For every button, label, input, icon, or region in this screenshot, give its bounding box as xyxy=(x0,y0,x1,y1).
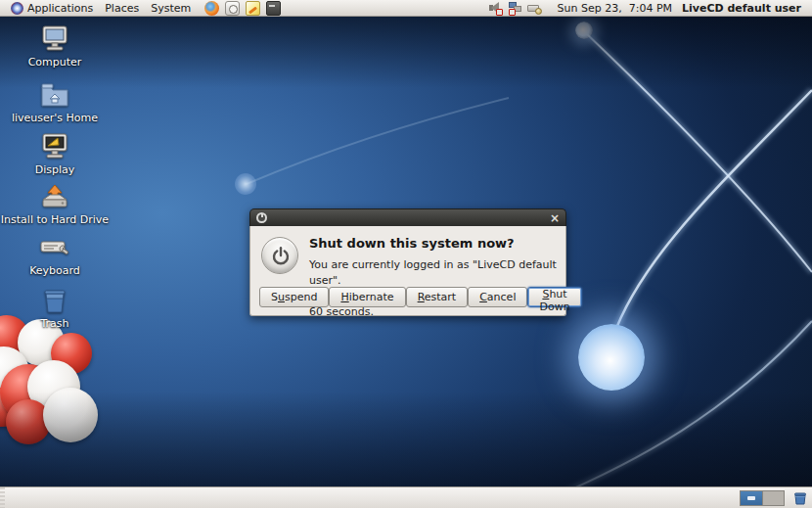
desktop-icon-label: Keyboard xyxy=(29,264,80,277)
notes-app-icon[interactable] xyxy=(246,1,260,16)
desktop-icon-trash[interactable]: Trash xyxy=(0,286,110,330)
shut-down-button[interactable]: Shut Down xyxy=(527,287,581,307)
panel-clock[interactable]: Sun Sep 23, 7:04 PM xyxy=(552,2,678,15)
restart-button[interactable]: Restart xyxy=(406,287,469,307)
system-menu[interactable]: System xyxy=(145,0,197,17)
dialog-message-line1: You are currently logged in as "LiveCD d… xyxy=(309,257,565,289)
power-mini-icon xyxy=(256,212,267,223)
places-menu-label: Places xyxy=(105,2,139,15)
desktop-icon-install[interactable]: Install to Hard Drive xyxy=(0,182,110,226)
desktop-icon-display[interactable]: Display xyxy=(0,132,110,176)
desktop-screen: Computer liveuser's Home Display Install… xyxy=(0,0,812,508)
close-icon[interactable]: × xyxy=(550,212,560,224)
workspace-switcher xyxy=(740,490,785,506)
network-offline-icon[interactable] xyxy=(508,1,522,16)
panel-launchers xyxy=(204,1,281,16)
desktop-icon-keyboard[interactable]: Keyboard xyxy=(0,233,110,277)
hibernate-button[interactable]: Hibernate xyxy=(329,287,405,307)
trash-icon xyxy=(38,286,71,315)
applications-menu[interactable]: Applications xyxy=(5,0,99,17)
desktop-icon-computer[interactable]: Computer xyxy=(0,24,110,69)
shutdown-dialog: × Shut down this system now? You are cur… xyxy=(249,208,566,316)
volume-muted-icon[interactable] xyxy=(488,1,503,16)
dialog-body: Shut down this system now? You are curre… xyxy=(249,226,566,316)
distro-logo-icon xyxy=(11,2,23,15)
computer-icon xyxy=(38,24,71,54)
workspace-1[interactable] xyxy=(741,491,762,505)
dialog-heading: Shut down this system now? xyxy=(309,236,515,251)
firefox-icon[interactable] xyxy=(204,1,219,16)
home-folder-icon xyxy=(38,80,71,110)
terminal-app-icon[interactable] xyxy=(266,1,281,16)
hard-drive-install-icon xyxy=(38,182,71,211)
desktop-icon-label: Install to Hard Drive xyxy=(1,213,109,226)
bottom-panel xyxy=(0,486,812,508)
applications-menu-label: Applications xyxy=(27,2,93,15)
desktop-icon-label: Computer xyxy=(28,56,82,69)
keyboard-icon xyxy=(38,233,71,262)
trash-applet-icon[interactable] xyxy=(792,490,808,506)
cancel-button[interactable]: Cancel xyxy=(468,287,527,307)
clock-app-icon[interactable] xyxy=(225,1,240,16)
desktop-icon-label: Trash xyxy=(40,317,68,330)
system-tray xyxy=(488,1,542,16)
dialog-titlebar[interactable]: × xyxy=(249,208,566,226)
desktop-icon-label: Display xyxy=(35,163,75,176)
places-menu[interactable]: Places xyxy=(99,0,145,17)
workspace-2[interactable] xyxy=(762,491,784,505)
top-panel: Applications Places System Sun Sep 23, 7… xyxy=(0,0,812,17)
panel-drag-handle[interactable] xyxy=(0,487,5,508)
power-icon xyxy=(261,237,298,274)
user-menu[interactable]: LiveCD default user xyxy=(678,2,807,15)
dialog-buttons: Suspend Hibernate Restart Cancel Shut Do… xyxy=(259,287,557,307)
display-icon xyxy=(38,132,71,162)
desktop-icon-label: liveuser's Home xyxy=(12,112,98,124)
desktop-icon-home[interactable]: liveuser's Home xyxy=(0,80,110,124)
system-menu-label: System xyxy=(151,2,191,15)
suspend-button[interactable]: Suspend xyxy=(259,287,329,307)
input-device-icon[interactable] xyxy=(527,1,542,16)
